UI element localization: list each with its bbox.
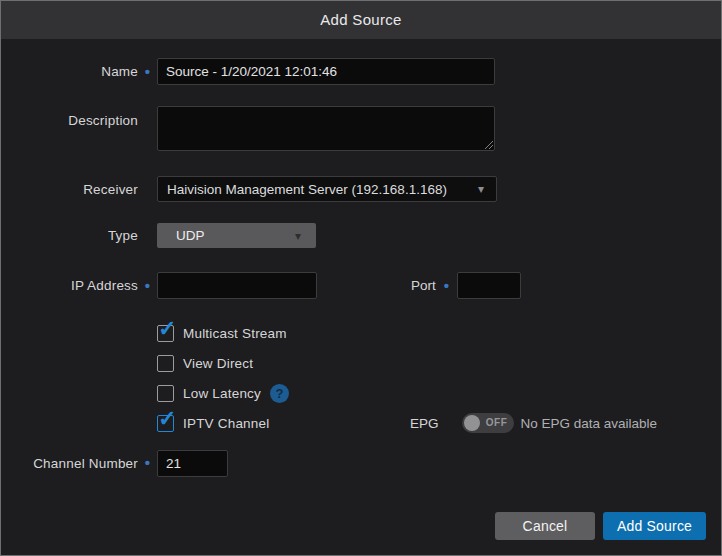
chevron-down-icon: ▾ [478,182,484,196]
receiver-dropdown-value: Haivision Management Server (192.168.1.1… [167,182,447,197]
chevron-down-icon: ▾ [295,229,301,243]
name-row: Name • [1,58,721,85]
description-label: Description [1,106,138,128]
receiver-row: Receiver Haivision Management Server (19… [1,176,721,202]
multicast-stream-label: Multicast Stream [183,326,287,341]
view-direct-label: View Direct [183,356,253,371]
type-row: Type UDP ▾ [1,223,721,248]
ip-address-input[interactable] [157,272,317,299]
name-label: Name [1,64,138,79]
epg-status-message: No EPG data available [521,416,658,431]
low-latency-checkbox[interactable]: ✓ [157,385,174,402]
add-source-button[interactable]: Add Source [603,512,706,540]
multicast-stream-checkbox[interactable]: ✓ [157,325,174,342]
type-dropdown[interactable]: UDP ▾ [157,223,316,248]
cancel-button[interactable]: Cancel [495,512,595,540]
receiver-dropdown[interactable]: Haivision Management Server (192.168.1.1… [157,176,497,202]
iptv-channel-label: IPTV Channel [183,416,269,431]
ip-port-row: IP Address • Port • [1,272,721,299]
description-row: Description [1,106,721,151]
description-field-wrap [157,106,495,151]
checkmark-icon: ✓ [158,316,176,342]
name-input[interactable] [157,58,495,85]
dialog-title: Add Source [320,11,401,28]
iptv-channel-checkbox[interactable]: ✓ [157,415,174,432]
receiver-label: Receiver [1,182,138,197]
view-direct-checkbox[interactable]: ✓ [157,355,174,372]
epg-toggle[interactable]: OFF [462,413,514,433]
add-source-dialog: Add Source Name • Description Receiver H… [0,0,722,556]
required-marker: • [138,458,157,468]
low-latency-label: Low Latency [183,386,261,401]
type-dropdown-value: UDP [176,228,205,243]
help-icon[interactable]: ? [270,384,289,403]
type-label: Type [1,228,138,243]
low-latency-row: ✓ Low Latency ? [1,383,721,403]
dialog-footer: Cancel Add Source [1,512,721,540]
port-input[interactable] [457,272,521,299]
toggle-knob [464,415,480,431]
required-marker: • [436,281,457,291]
checkmark-icon: ✓ [158,406,176,432]
epg-toggle-state: OFF [482,413,512,433]
channel-number-row: Channel Number • [1,450,721,476]
ip-address-label: IP Address [1,278,138,293]
description-input[interactable] [157,106,495,151]
epg-label: EPG [410,416,439,431]
iptv-channel-row: ✓ IPTV Channel EPG OFF No EPG data avail… [1,413,721,433]
multicast-stream-row: ✓ Multicast Stream [1,323,721,343]
port-label: Port [411,278,436,293]
view-direct-row: ✓ View Direct [1,353,721,373]
required-marker: • [138,67,157,77]
channel-number-input[interactable] [157,450,228,477]
epg-group: EPG OFF No EPG data available [410,413,657,433]
dialog-titlebar: Add Source [1,1,721,39]
required-marker: • [138,281,157,291]
channel-number-label: Channel Number [1,456,138,471]
